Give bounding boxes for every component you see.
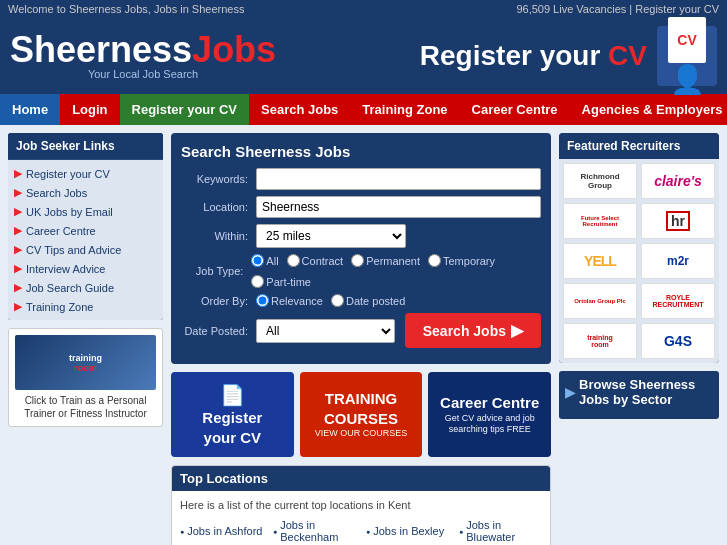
sidebar-link-register-cv[interactable]: ▶Register your CV: [8, 164, 163, 183]
logo-area[interactable]: SheernessJobs Your Local Job Search: [10, 32, 276, 80]
job-type-permanent[interactable]: Permanent: [351, 254, 420, 267]
nav-training-zone[interactable]: Training Zone: [350, 94, 459, 125]
logo-jobs: Jobs: [192, 29, 276, 70]
register-cv-promo-text: Registeryour CV: [202, 408, 262, 447]
register-cv-promo-icon: 📄: [202, 382, 262, 408]
nav-home[interactable]: Home: [0, 94, 60, 125]
arrow-icon: ▶: [14, 224, 22, 237]
within-label: Within:: [181, 230, 256, 242]
left-sidebar: Job Seeker Links ▶Register your CV ▶Sear…: [8, 133, 163, 545]
career-centre-promo-banner[interactable]: Career Centre Get CV advice and job sear…: [428, 372, 551, 457]
nav-search-jobs[interactable]: Search Jobs: [249, 94, 350, 125]
order-date-posted[interactable]: Date posted: [331, 294, 405, 307]
date-posted-row: Date Posted: All Today Last 3 days Last …: [181, 313, 541, 348]
sidebar-title: Job Seeker Links: [8, 133, 163, 160]
search-button-label: Search Jobs: [423, 323, 506, 339]
training-courses-title: TRAININGCOURSES: [315, 389, 408, 428]
logo: SheernessJobs: [10, 32, 276, 68]
training-courses-subtitle: VIEW OUR COURSES: [315, 428, 408, 440]
arrow-icon: ▶: [14, 243, 22, 256]
location-bexley[interactable]: Jobs in Bexley: [366, 519, 449, 543]
search-arrow-icon: ▶: [511, 321, 523, 340]
sidebar-link-training-zone[interactable]: ▶Training Zone: [8, 297, 163, 316]
recruiter-future-select[interactable]: Future SelectRecruitment: [563, 203, 637, 239]
top-bar-left: Welcome to Sheerness Jobs, Jobs in Sheer…: [8, 3, 244, 15]
job-type-radio-group: All Contract Permanent Temporary Part-ti…: [251, 254, 541, 288]
sidebar-promo[interactable]: trainingroom Click to Train as a Persona…: [8, 328, 163, 427]
recruiter-ortolan[interactable]: Ortolan Group Plc: [563, 283, 637, 319]
keywords-input[interactable]: [256, 168, 541, 190]
register-cv-header-banner[interactable]: Register your CV 👤: [420, 26, 717, 86]
recruiter-g4s[interactable]: G4S: [641, 323, 715, 359]
job-type-temporary[interactable]: Temporary: [428, 254, 495, 267]
job-type-contract[interactable]: Contract: [287, 254, 344, 267]
person-icon: 👤: [670, 63, 705, 96]
sidebar-link-uk-jobs[interactable]: ▶UK Jobs by Email: [8, 202, 163, 221]
job-type-parttime[interactable]: Part-time: [251, 275, 311, 288]
arrow-icon: ▶: [14, 205, 22, 218]
recruiter-m2r[interactable]: m2r: [641, 243, 715, 279]
job-seeker-links-box: Job Seeker Links ▶Register your CV ▶Sear…: [8, 133, 163, 320]
sidebar-link-search-jobs[interactable]: ▶Search Jobs: [8, 183, 163, 202]
recruiter-claires[interactable]: claire's: [641, 163, 715, 199]
location-ashford[interactable]: Jobs in Ashford: [180, 519, 263, 543]
promo-banners: 📄 Registeryour CV TRAININGCOURSES VIEW O…: [171, 372, 551, 457]
location-bluewater[interactable]: Jobs in Bluewater: [459, 519, 542, 543]
header: SheernessJobs Your Local Job Search Regi…: [0, 18, 727, 94]
order-relevance[interactable]: Relevance: [256, 294, 323, 307]
job-type-all[interactable]: All: [251, 254, 278, 267]
locations-box: Top Locations Here is a list of the curr…: [171, 465, 551, 545]
logo-sheerness: Sheerness: [10, 29, 192, 70]
within-row: Within: 25 miles 5 miles 10 miles 15 mil…: [181, 224, 541, 248]
bottom-section: Top Locations Here is a list of the curr…: [171, 465, 551, 545]
cv-icon-inner: [668, 17, 706, 63]
register-cv-header-text: Register your CV: [420, 40, 647, 72]
keywords-label: Keywords:: [181, 173, 256, 185]
browse-sector-box[interactable]: ▶ Browse Sheerness Jobs by Sector: [559, 371, 719, 419]
order-by-row: Order By: Relevance Date posted: [181, 294, 541, 307]
locations-title: Top Locations: [172, 466, 550, 491]
order-by-radio-group: Relevance Date posted: [256, 294, 405, 307]
featured-recruiters-title: Featured Recruiters: [559, 133, 719, 159]
order-by-label: Order By:: [181, 295, 256, 307]
within-select[interactable]: 25 miles 5 miles 10 miles 15 miles 50 mi…: [256, 224, 406, 248]
locations-grid: Jobs in Ashford Jobs in Beckenham Jobs i…: [180, 519, 542, 545]
training-courses-promo-banner[interactable]: TRAININGCOURSES VIEW OUR COURSES: [300, 372, 423, 457]
date-posted-label: Date Posted:: [181, 325, 256, 337]
arrow-icon: ▶: [14, 281, 22, 294]
search-button[interactable]: Search Jobs ▶: [405, 313, 541, 348]
date-posted-select[interactable]: All Today Last 3 days Last week: [256, 319, 395, 343]
recruiter-royle[interactable]: ROYLERECRUITMENT: [641, 283, 715, 319]
nav-agencies-employers[interactable]: Agencies & Employers: [570, 94, 727, 125]
nav-career-centre[interactable]: Career Centre: [460, 94, 570, 125]
keywords-row: Keywords:: [181, 168, 541, 190]
location-label: Location:: [181, 201, 256, 213]
sidebar-link-cv-tips[interactable]: ▶CV Tips and Advice: [8, 240, 163, 259]
nav-login[interactable]: Login: [60, 94, 119, 125]
arrow-icon: ▶: [565, 385, 575, 400]
browse-sector-title: ▶ Browse Sheerness Jobs by Sector: [565, 377, 713, 407]
recruiter-yell[interactable]: YELL: [563, 243, 637, 279]
recruiter-training-room[interactable]: trainingroom: [563, 323, 637, 359]
location-beckenham[interactable]: Jobs in Beckenham: [273, 519, 356, 543]
center-content: Search Sheerness Jobs Keywords: Location…: [163, 133, 559, 545]
sidebar-link-interview-advice[interactable]: ▶Interview Advice: [8, 259, 163, 278]
featured-recruiters-grid: RichmondGroup claire's Future SelectRecr…: [559, 159, 719, 363]
sidebar-link-job-search-guide[interactable]: ▶Job Search Guide: [8, 278, 163, 297]
search-form-box: Search Sheerness Jobs Keywords: Location…: [171, 133, 551, 364]
main-layout: Job Seeker Links ▶Register your CV ▶Sear…: [0, 125, 727, 545]
career-centre-subtitle: Get CV advice and job searching tips FRE…: [436, 413, 543, 436]
promo-text: Click to Train as a Personal Trainer or …: [15, 394, 156, 420]
register-cv-promo-banner[interactable]: 📄 Registeryour CV: [171, 372, 294, 457]
arrow-icon: ▶: [14, 300, 22, 313]
location-input[interactable]: [256, 196, 541, 218]
main-nav: Home Login Register your CV Search Jobs …: [0, 94, 727, 125]
sidebar-link-career-centre[interactable]: ▶Career Centre: [8, 221, 163, 240]
nav-register-cv[interactable]: Register your CV: [120, 94, 249, 125]
locations-description: Here is a list of the current top locati…: [180, 499, 542, 511]
arrow-icon: ▶: [14, 167, 22, 180]
recruiter-richmond[interactable]: RichmondGroup: [563, 163, 637, 199]
job-type-row: Job Type: All Contract Permanent Tempora…: [181, 254, 541, 288]
location-row: Location:: [181, 196, 541, 218]
recruiter-hr[interactable]: hr: [641, 203, 715, 239]
